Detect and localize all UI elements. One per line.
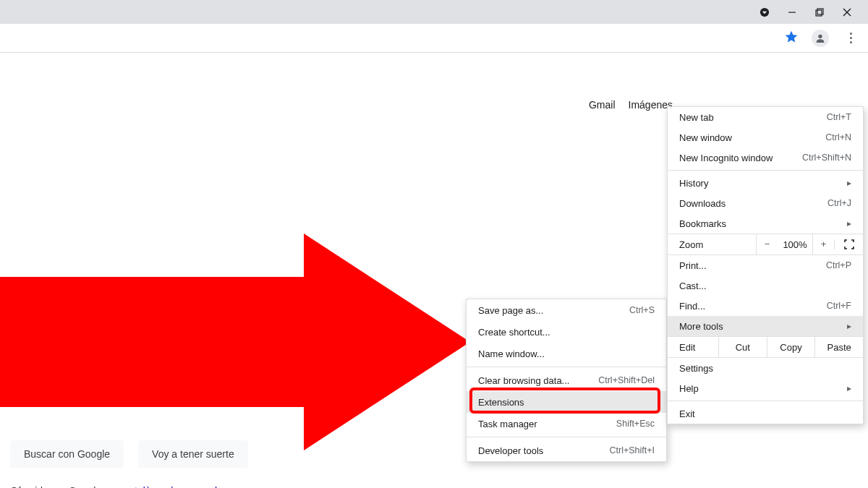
menu-new-window[interactable]: New windowCtrl+N: [668, 127, 863, 147]
menu-history[interactable]: History▸: [668, 173, 863, 193]
chevron-right-icon: ▸: [843, 178, 851, 188]
zoom-value: 100%: [778, 239, 812, 250]
chevron-right-icon: ▸: [843, 321, 851, 331]
edit-label: Edit: [668, 337, 718, 357]
submenu-separator: [467, 367, 666, 367]
menu-cast[interactable]: Cast...: [668, 275, 863, 296]
images-link[interactable]: Imágenes: [629, 99, 673, 111]
submenu-save-page[interactable]: Save page as... Ctrl+S: [467, 299, 666, 321]
more-tools-submenu: Save page as... Ctrl+S Create shortcut..…: [466, 299, 667, 462]
copy-button[interactable]: Copy: [767, 337, 815, 357]
svg-rect-3: [816, 10, 822, 16]
lang-link-galego[interactable]: galego: [160, 485, 190, 488]
google-top-links: Gmail Imágenes: [589, 99, 673, 111]
titlebar-badge-icon: [760, 7, 770, 17]
profile-avatar[interactable]: [812, 30, 829, 47]
browser-toolbar: [0, 24, 868, 53]
zoom-out-button[interactable]: −: [756, 234, 778, 255]
window-maximize-button[interactable]: [814, 7, 825, 17]
menu-new-tab[interactable]: New tabCtrl+T: [668, 107, 863, 127]
menu-exit[interactable]: Exit: [668, 403, 863, 424]
submenu-developer-tools[interactable]: Developer tools Ctrl+Shift+I: [467, 440, 666, 461]
menu-new-incognito[interactable]: New Incognito windowCtrl+Shift+N: [668, 147, 863, 168]
submenu-separator-2: [467, 437, 666, 437]
window-minimize-button[interactable]: [787, 7, 797, 17]
fullscreen-button[interactable]: [834, 239, 863, 249]
chevron-right-icon: ▸: [843, 383, 851, 393]
submenu-clear-browsing-data[interactable]: Clear browsing data... Ctrl+Shift+Del: [467, 369, 666, 391]
lang-link-catala[interactable]: català: [124, 485, 150, 488]
menu-help[interactable]: Help▸: [668, 378, 863, 398]
svg-rect-4: [817, 9, 823, 14]
submenu-task-manager[interactable]: Task manager Shift+Esc: [467, 413, 666, 435]
bookmark-star-icon[interactable]: [784, 30, 799, 46]
submenu-create-shortcut[interactable]: Create shortcut...: [467, 321, 666, 343]
window-close-button[interactable]: [842, 7, 852, 17]
menu-button[interactable]: [842, 30, 859, 47]
menu-find[interactable]: Find...Ctrl+F: [668, 296, 863, 316]
lang-link-euskara[interactable]: euskara: [199, 485, 235, 488]
menu-settings[interactable]: Settings: [668, 358, 863, 378]
window-titlebar: [0, 0, 868, 24]
red-arrow-annotation: [0, 234, 470, 450]
menu-edit-row: Edit Cut Copy Paste: [668, 336, 863, 358]
menu-downloads[interactable]: DownloadsCtrl+J: [668, 193, 863, 213]
paste-button[interactable]: Paste: [814, 337, 863, 357]
zoom-label: Zoom: [668, 239, 756, 250]
chevron-right-icon: ▸: [843, 218, 851, 228]
menu-bookmarks[interactable]: Bookmarks▸: [668, 213, 863, 234]
svg-marker-8: [0, 234, 470, 450]
google-buttons-row: Buscar con Google Voy a tener suerte: [10, 440, 248, 468]
offered-languages: Ofrecido por Google en: català galego eu…: [10, 485, 237, 488]
feeling-lucky-button[interactable]: Voy a tener suerte: [138, 440, 248, 468]
menu-zoom-row: Zoom − 100% +: [668, 234, 863, 255]
svg-point-7: [818, 34, 822, 38]
cut-button[interactable]: Cut: [718, 337, 767, 357]
menu-print[interactable]: Print...Ctrl+P: [668, 255, 863, 275]
page-content: Gmail Imágenes Buscar con Google Voy a t…: [0, 53, 868, 488]
zoom-in-button[interactable]: +: [812, 234, 834, 255]
chrome-main-menu: New tabCtrl+T New windowCtrl+N New Incog…: [667, 106, 864, 424]
submenu-extensions[interactable]: Extensions: [467, 391, 666, 413]
gmail-link[interactable]: Gmail: [589, 99, 616, 111]
google-search-button[interactable]: Buscar con Google: [10, 440, 124, 468]
menu-more-tools[interactable]: More tools▸: [668, 316, 863, 336]
offered-prefix: Ofrecido por Google en:: [10, 485, 118, 488]
submenu-name-window[interactable]: Name window...: [467, 343, 666, 364]
svg-rect-2: [788, 12, 796, 12]
